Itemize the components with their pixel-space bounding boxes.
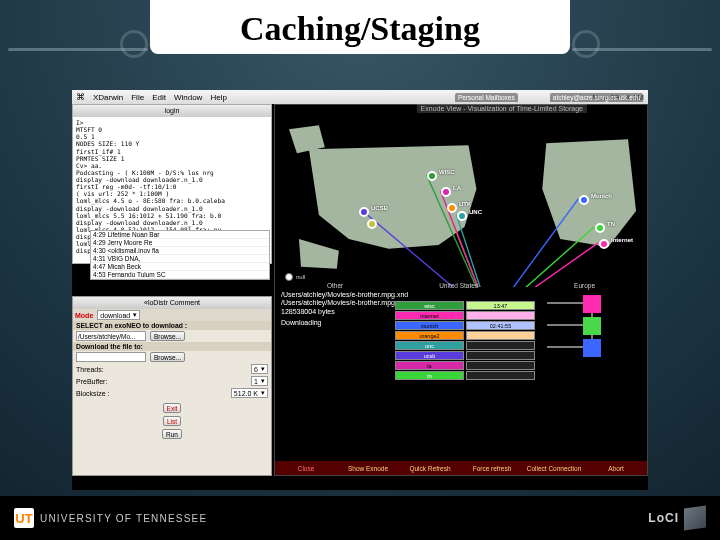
- vis-toolbar: Close Show Exnode Quick Refresh Force re…: [275, 461, 647, 475]
- chip-grid: wisc13:47internetmunich02:41:55orange2un…: [395, 301, 535, 381]
- visualization-title: Exnode View - Visualization of Time-Limi…: [417, 104, 587, 113]
- map-node-la[interactable]: [441, 187, 451, 197]
- map-panel: WISCUNCUTKLAUCSBMunichTNInternet null Ot…: [279, 119, 643, 287]
- menu-help[interactable]: Help: [210, 93, 226, 102]
- playlist-row[interactable]: 4:30 <oldismail.inov fla: [91, 247, 269, 255]
- chip: 13:47: [466, 301, 535, 310]
- menu-file[interactable]: File: [131, 93, 144, 102]
- playlist-row[interactable]: 4:31 VBIG DNA,: [91, 255, 269, 263]
- select-exnode-label: SELECT an exoNEO to download :: [73, 321, 271, 330]
- run-button[interactable]: Run: [162, 429, 182, 439]
- map-label-munich: Munich: [591, 193, 612, 199]
- playlist-row[interactable]: 4:29 Jerry Moore Re: [91, 239, 269, 247]
- blocksize-select[interactable]: 512.0 K▾: [231, 388, 268, 398]
- map-label-ucsb: UCSB: [371, 205, 388, 211]
- collect-connection-button[interactable]: Collect Connection: [523, 465, 585, 472]
- region-eu: Europe: [574, 282, 595, 289]
- blocksize-label: Blocksize :: [76, 390, 227, 397]
- chip: [466, 371, 535, 380]
- chip: ucsb: [395, 351, 464, 360]
- chip: internet: [395, 311, 464, 320]
- map-node-wisc[interactable]: [427, 171, 437, 181]
- prebuffer-select[interactable]: 1▾: [251, 376, 268, 386]
- chip: orange2: [395, 331, 464, 340]
- playlist-window[interactable]: 4:29 Lifetime Noan Bar4:29 Jerry Moore R…: [90, 230, 270, 280]
- slide-title: Caching/Staging: [150, 0, 570, 54]
- map-node-unc[interactable]: [457, 211, 467, 221]
- chip: [466, 331, 535, 340]
- menu-edit[interactable]: Edit: [152, 93, 166, 102]
- apple-icon[interactable]: ⌘: [76, 92, 85, 102]
- region-other: Other: [327, 282, 343, 289]
- playlist-row[interactable]: 4:47 Micah Beck: [91, 263, 269, 271]
- ut-logo: UT UNIVERSITY OF TENNESSEE: [14, 508, 207, 528]
- playlist-row[interactable]: 4:29 Lifetime Noan Bar: [91, 231, 269, 239]
- chip: unc: [395, 341, 464, 350]
- playlist-row[interactable]: 4:53 Fernando Tulum SC: [91, 271, 269, 279]
- ut-icon: UT: [14, 508, 34, 528]
- chip: wisc: [395, 301, 464, 310]
- chip: tn: [395, 371, 464, 380]
- exnode-input[interactable]: [76, 331, 146, 341]
- flow-diagram: [537, 295, 647, 385]
- browser-tab[interactable]: atchley@acre.sinrg.cs.utk.edu: [550, 93, 643, 102]
- mode-label: Mode: [75, 312, 93, 319]
- map-label-wisc: WISC: [439, 169, 455, 175]
- region-us: United States: [439, 282, 478, 289]
- cube-icon: [684, 507, 706, 529]
- svg-rect-9: [583, 317, 601, 335]
- browse-button-2[interactable]: Browse...: [150, 352, 185, 362]
- exit-button[interactable]: Exit: [163, 403, 182, 413]
- show-exnode-button[interactable]: Show Exnode: [337, 465, 399, 472]
- map-node-tn[interactable]: [595, 223, 605, 233]
- chip: 02:41:55: [466, 321, 535, 330]
- lodn-title: «loDistr Comment: [73, 297, 271, 309]
- mail-tab[interactable]: Personal Mailboxes: [455, 93, 518, 102]
- chip: [466, 351, 535, 360]
- svg-rect-8: [583, 295, 601, 313]
- download-to-label: Download the file to:: [73, 342, 271, 351]
- browse-button-1[interactable]: Browse...: [150, 331, 185, 341]
- threads-label: Threads:: [76, 366, 247, 373]
- list-button[interactable]: List: [163, 416, 181, 426]
- loci-logo: LoCI: [648, 507, 706, 529]
- download-to-input[interactable]: [76, 352, 146, 362]
- quick-refresh-button[interactable]: Quick Refresh: [399, 465, 461, 472]
- chevron-down-icon: ▾: [133, 311, 137, 319]
- map-label-utk: UTK: [459, 201, 471, 207]
- map-label-tn: TN: [607, 221, 615, 227]
- svg-line-6: [490, 243, 598, 287]
- prebuffer-label: PreBuffer:: [76, 378, 247, 385]
- force-refresh-button[interactable]: Force refresh: [461, 465, 523, 472]
- map-node-munich[interactable]: [579, 195, 589, 205]
- svg-rect-10: [583, 339, 601, 357]
- chip: [466, 311, 535, 320]
- map-label-internet: Internet: [611, 237, 633, 243]
- terminal-title: login: [73, 105, 271, 117]
- abort-button[interactable]: Abort: [585, 465, 647, 472]
- map-label-la: LA: [453, 185, 461, 191]
- map-node-sdsc[interactable]: [367, 219, 377, 229]
- map-node-ucsb[interactable]: [359, 207, 369, 217]
- map-node-internet[interactable]: [599, 239, 609, 249]
- screenshot-content: ⌘ XDarwin File Edit Window Help Mon 09:4…: [72, 90, 648, 490]
- mode-select[interactable]: download▾: [97, 310, 140, 320]
- legend-null: null: [285, 273, 305, 281]
- visualization-window[interactable]: atchley@acre.sinrg.cs.utk.edu Personal M…: [274, 104, 648, 476]
- chip: [466, 361, 535, 370]
- menubar-app[interactable]: XDarwin: [93, 93, 123, 102]
- lodn-panel[interactable]: «loDistr Comment Mode download▾ SELECT a…: [72, 296, 272, 476]
- map-node-utk[interactable]: [447, 203, 457, 213]
- chip: munich: [395, 321, 464, 330]
- menu-window[interactable]: Window: [174, 93, 202, 102]
- map-label-unc: UNC: [469, 209, 482, 215]
- slide-footer: UT UNIVERSITY OF TENNESSEE LoCI: [0, 496, 720, 540]
- chip: la: [395, 361, 464, 370]
- close-button[interactable]: Close: [275, 465, 337, 472]
- chip: [466, 341, 535, 350]
- threads-select[interactable]: 6▾: [251, 364, 268, 374]
